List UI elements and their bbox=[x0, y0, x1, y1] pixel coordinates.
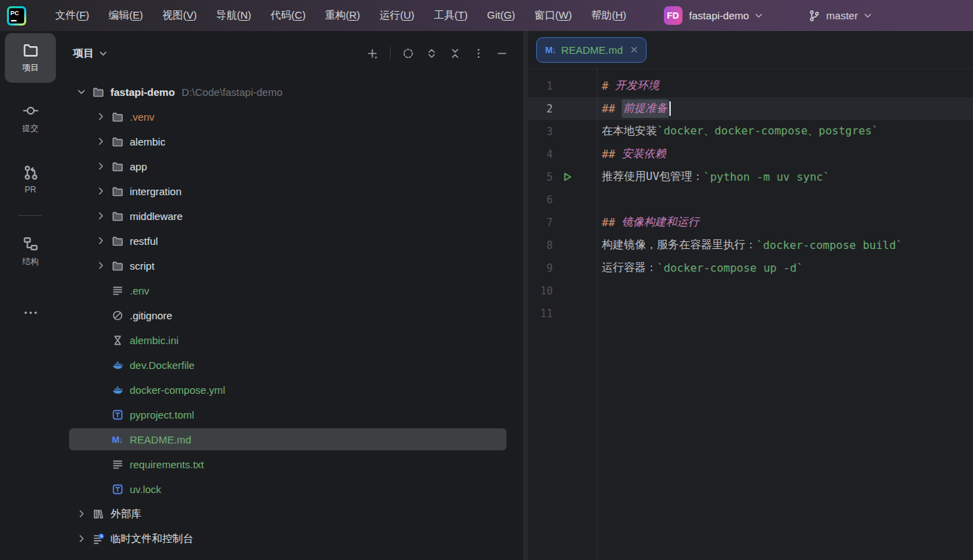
add-icon[interactable] bbox=[366, 48, 378, 59]
code-line[interactable]: 9运行容器：`docker-compose up -d` bbox=[528, 257, 973, 279]
editor-gutter: 1 bbox=[528, 74, 597, 97]
project-tool-window: 项目 fastapi-demoD:\Code\fastapi-demo.venv… bbox=[61, 31, 523, 560]
tree-item[interactable]: alembic.ini bbox=[61, 328, 523, 352]
code-line[interactable]: 10 bbox=[528, 279, 973, 302]
code-line[interactable]: 5推荐使用UV包管理：`python -m uv sync` bbox=[528, 166, 973, 188]
editor-gutter: 7 bbox=[528, 211, 597, 234]
tree-item-path: D:\Code\fastapi-demo bbox=[181, 86, 282, 98]
menu-item[interactable]: 窗口(W) bbox=[525, 6, 582, 26]
branch-selector[interactable]: master bbox=[808, 10, 873, 22]
menu-item[interactable]: 视图(V) bbox=[153, 6, 206, 26]
tree-item-label: fastapi-demo bbox=[110, 86, 175, 98]
menu-item[interactable]: 编辑(E) bbox=[99, 6, 153, 26]
editor-tab-readme[interactable]: M↓ README.md bbox=[536, 37, 647, 63]
code-token: `docker-compose build` bbox=[756, 239, 903, 252]
editor-surface[interactable]: 1# 开发环境2## 前提准备3在本地安装`docker、docker-comp… bbox=[528, 69, 973, 560]
chevron-down-icon[interactable] bbox=[98, 48, 108, 59]
tree-item[interactable]: middleware bbox=[61, 203, 523, 228]
menu-item[interactable]: 代码(C) bbox=[261, 6, 315, 26]
tree-item[interactable]: intergration bbox=[61, 179, 523, 203]
menu-item[interactable]: Git(G) bbox=[478, 6, 525, 26]
code-line[interactable]: 1# 开发环境 bbox=[528, 74, 973, 97]
close-icon[interactable] bbox=[629, 45, 639, 54]
docker-icon bbox=[110, 359, 124, 371]
code-token: `python -m uv sync` bbox=[703, 170, 829, 183]
more-vertical-icon[interactable] bbox=[473, 48, 484, 59]
code-line[interactable]: 4## 安装依赖 bbox=[528, 143, 973, 166]
chevron-collapsed-icon[interactable] bbox=[95, 210, 110, 221]
tree-item-label: uv.lock bbox=[130, 483, 161, 495]
project-selector[interactable]: FD fastapi-demo bbox=[664, 6, 765, 25]
menu-item[interactable]: 工具(T) bbox=[424, 6, 478, 26]
tree-item-label: docker-compose.yml bbox=[130, 384, 225, 396]
tree-item[interactable]: app bbox=[61, 154, 523, 179]
code-line[interactable]: 8构建镜像，服务在容器里执行：`docker-compose build` bbox=[528, 234, 973, 257]
folder-icon bbox=[110, 161, 124, 172]
chevron-collapsed-icon[interactable] bbox=[95, 136, 110, 147]
tool-strip-item-folder-tool[interactable]: 项目 bbox=[5, 33, 56, 83]
tree-item[interactable]: 外部库 bbox=[61, 501, 523, 526]
tree-item-label: pyproject.toml bbox=[130, 409, 194, 421]
tree-item[interactable]: M↓README.md bbox=[61, 427, 523, 452]
chevron-collapsed-icon[interactable] bbox=[95, 186, 110, 197]
panel-title[interactable]: 项目 bbox=[73, 47, 94, 60]
line-number: 8 bbox=[528, 239, 553, 252]
tool-strip-item-structure[interactable]: 结构 bbox=[5, 227, 56, 277]
tree-item[interactable]: alembic bbox=[61, 129, 523, 154]
tree-item[interactable]: .gitignore bbox=[61, 303, 523, 328]
editor-gutter: 8 bbox=[528, 234, 597, 257]
chevron-collapsed-icon[interactable] bbox=[95, 161, 110, 172]
chevron-collapsed-icon[interactable] bbox=[95, 235, 110, 246]
editor-tab-bar: M↓ README.md bbox=[528, 31, 973, 69]
code-line[interactable]: 2## 前提准备 bbox=[528, 97, 973, 120]
project-toolbar bbox=[366, 47, 508, 59]
tree-item[interactable]: dev.Dockerfile bbox=[61, 352, 523, 377]
tree-item[interactable]: script bbox=[61, 253, 523, 278]
tool-strip-item-more[interactable] bbox=[5, 288, 56, 337]
menu-item[interactable]: 运行(U) bbox=[370, 6, 424, 26]
tree-item[interactable]: .env bbox=[61, 278, 523, 303]
hide-icon[interactable] bbox=[496, 48, 508, 59]
tree-item-label: middleware bbox=[130, 210, 183, 222]
docker-icon bbox=[110, 384, 124, 396]
tool-strip-item-pull-request[interactable]: PR bbox=[5, 154, 56, 204]
code-line[interactable]: 7## 镜像构建和运行 bbox=[528, 211, 973, 234]
tree-item[interactable]: .venv bbox=[61, 104, 523, 129]
branch-name: master bbox=[826, 10, 858, 21]
menu-item[interactable]: 帮助(H) bbox=[582, 6, 636, 26]
text-file-icon bbox=[110, 285, 124, 297]
expand-all-icon[interactable] bbox=[426, 48, 438, 59]
chevron-collapsed-icon[interactable] bbox=[76, 533, 91, 544]
tree-item-label: .env bbox=[130, 285, 149, 297]
editor: M↓ README.md 1# 开发环境2## 前提准备3在本地安装`docke… bbox=[528, 31, 973, 560]
tree-item[interactable]: restful bbox=[61, 228, 523, 253]
chevron-expanded-icon[interactable] bbox=[76, 86, 91, 97]
structure-icon bbox=[23, 236, 39, 252]
tree-item[interactable]: 临时文件和控制台 bbox=[61, 526, 523, 551]
tree-item[interactable]: pyproject.toml bbox=[61, 402, 523, 427]
locate-icon[interactable] bbox=[402, 48, 414, 59]
main-area: 项目提交PR结构 项目 fastapi-demoD:\Code\fastapi-… bbox=[0, 31, 973, 560]
chevron-collapsed-icon[interactable] bbox=[95, 260, 110, 271]
tree-item[interactable]: fastapi-demoD:\Code\fastapi-demo bbox=[61, 79, 523, 104]
tool-strip-label: PR bbox=[25, 185, 37, 194]
code-line[interactable]: 6 bbox=[528, 188, 973, 211]
tree-item[interactable]: docker-compose.yml bbox=[61, 377, 523, 402]
menu-item[interactable]: 重构(R) bbox=[315, 6, 370, 26]
tree-item[interactable]: uv.lock bbox=[61, 477, 523, 501]
menu-item[interactable]: 文件(F) bbox=[46, 6, 99, 26]
code-line[interactable]: 3在本地安装`docker、docker-compose、postgres` bbox=[528, 120, 973, 143]
menu-item[interactable]: 导航(N) bbox=[206, 6, 261, 26]
panel-splitter[interactable] bbox=[523, 31, 528, 560]
chevron-collapsed-icon[interactable] bbox=[76, 508, 91, 519]
tree-item[interactable]: requirements.txt bbox=[61, 452, 523, 477]
collapse-all-icon[interactable] bbox=[449, 48, 461, 59]
code-line[interactable]: 11 bbox=[528, 302, 973, 325]
tool-strip-item-commit[interactable]: 提交 bbox=[5, 94, 56, 143]
chevron-collapsed-icon[interactable] bbox=[95, 111, 110, 122]
run-icon[interactable] bbox=[561, 171, 573, 183]
pycharm-logo-icon[interactable]: PC bbox=[7, 6, 26, 26]
line-number: 10 bbox=[528, 285, 553, 297]
strip-divider bbox=[19, 215, 42, 216]
line-number: 9 bbox=[528, 262, 553, 274]
